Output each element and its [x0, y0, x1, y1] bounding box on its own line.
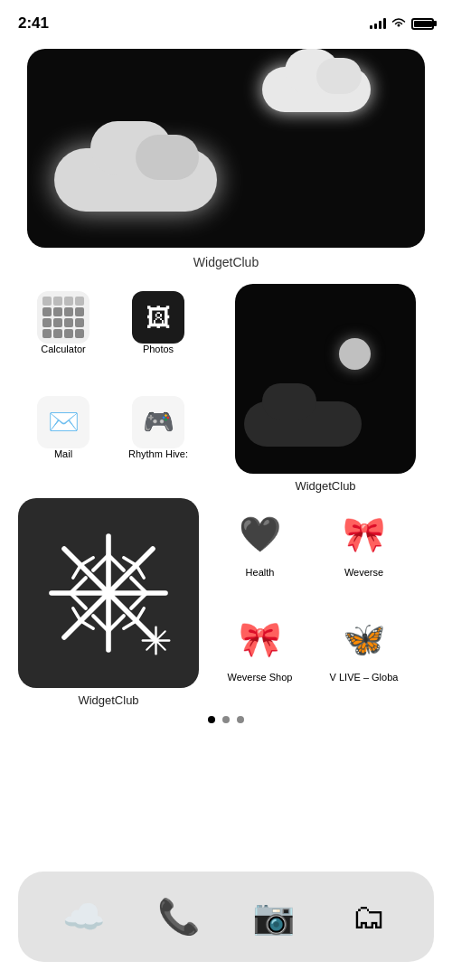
svg-line-17 [80, 621, 93, 628]
weather-icon: ☁️ [57, 890, 111, 944]
cloud-decoration-2 [54, 148, 217, 212]
mail-app[interactable]: ✉️ Mail [18, 389, 108, 494]
weverse-icon: 🎀 [337, 507, 391, 561]
weverse-label: Weverse [344, 567, 383, 578]
rhythm-hive-label: Rhythm Hive: [128, 448, 188, 459]
widgetclub-label-1: WidgetClub [193, 255, 259, 269]
small-apps-grid: 🖤 Health 🎀 Weverse 🎀 Weverse Shop 🦋 V LI… [208, 498, 416, 707]
widgetclub-label-3: WidgetClub [78, 693, 138, 707]
page-indicator [18, 716, 434, 723]
mail-icon: ✉️ [37, 396, 89, 448]
dock: ☁️ 📞 📷 🗂 [18, 872, 434, 962]
page-dot-3[interactable] [237, 716, 244, 723]
svg-line-15 [137, 565, 144, 578]
health-label: Health [246, 567, 275, 578]
widget-medium-1[interactable] [235, 284, 416, 474]
photos-app[interactable]: 🖼 Photos [113, 284, 203, 389]
battery-icon [411, 18, 434, 30]
status-time: 2:41 [18, 14, 49, 33]
snow-background [18, 498, 199, 688]
status-bar: 2:41 [0, 0, 452, 40]
svg-line-14 [124, 558, 137, 565]
svg-point-20 [102, 587, 115, 599]
wifi-icon [391, 17, 406, 31]
second-row: Calculator 🖼 Photos ✉️ Mail 🎮 Rhythm Hiv… [18, 284, 434, 493]
health-icon: 🖤 [233, 507, 287, 561]
widgetclub-widget-2[interactable]: WidgetClub [235, 284, 416, 493]
dock-camera[interactable]: 📷 [240, 890, 307, 944]
health-app[interactable]: 🖤 Health [208, 498, 312, 603]
widget-snow[interactable] [18, 498, 199, 688]
weverse-shop-app[interactable]: 🎀 Weverse Shop [208, 603, 312, 708]
dock-weather[interactable]: ☁️ [50, 890, 118, 944]
calculator-app[interactable]: Calculator [18, 284, 108, 389]
vlive-label: V LIVE – Globa [330, 672, 399, 683]
calculator-label: Calculator [41, 344, 86, 354]
vlive-app[interactable]: 🦋 V LIVE – Globa [312, 603, 416, 708]
game-controller-icon: 🎮 [132, 396, 184, 448]
page-dot-1[interactable] [208, 716, 215, 723]
widgetclub-label-2: WidgetClub [295, 479, 355, 493]
weverse-shop-icon: 🎀 [233, 612, 287, 666]
vlive-icon: 🦋 [337, 612, 391, 666]
cloud-sm-decoration [244, 401, 362, 447]
dock-phone[interactable]: 📞 [145, 890, 212, 944]
signal-icon [370, 18, 386, 29]
widget-large-1[interactable] [27, 49, 425, 248]
files-icon: 🗂 [342, 890, 396, 944]
app-grid: Calculator 🖼 Photos ✉️ Mail 🎮 Rhythm Hiv… [18, 284, 208, 493]
svg-line-12 [73, 565, 80, 578]
camera-icon: 📷 [247, 890, 301, 944]
widgetclub-widget-3[interactable]: WidgetClub [18, 498, 199, 707]
svg-line-18 [124, 621, 137, 628]
third-row: WidgetClub 🖤 Health 🎀 Weverse 🎀 Weverse … [18, 498, 434, 707]
weverse-shop-label: Weverse Shop [228, 672, 293, 683]
mail-label: Mail [54, 448, 72, 459]
photos-icon: 🖼 [132, 291, 184, 344]
moon-decoration [339, 338, 371, 370]
night-sky-background [27, 49, 425, 248]
svg-line-16 [73, 608, 80, 621]
widgetclub-widget-1[interactable]: WidgetClub [18, 49, 434, 284]
svg-line-13 [80, 558, 93, 565]
svg-line-19 [137, 608, 144, 621]
dock-photos[interactable]: 🗂 [334, 890, 402, 944]
calculator-icon [37, 291, 89, 344]
status-icons [370, 17, 434, 31]
cloud-decoration [262, 67, 371, 112]
main-content: WidgetClub Calculator 🖼 Photos [0, 40, 452, 723]
night-sky-2-background [235, 284, 416, 474]
phone-icon: 📞 [152, 890, 206, 944]
page-dot-2[interactable] [222, 716, 230, 723]
photos-label: Photos [143, 344, 174, 354]
svg-point-25 [154, 638, 159, 644]
snowflake-icon [45, 530, 172, 656]
weverse-app[interactable]: 🎀 Weverse [312, 498, 416, 603]
rhythm-hive-app[interactable]: 🎮 Rhythm Hive: [113, 389, 203, 494]
